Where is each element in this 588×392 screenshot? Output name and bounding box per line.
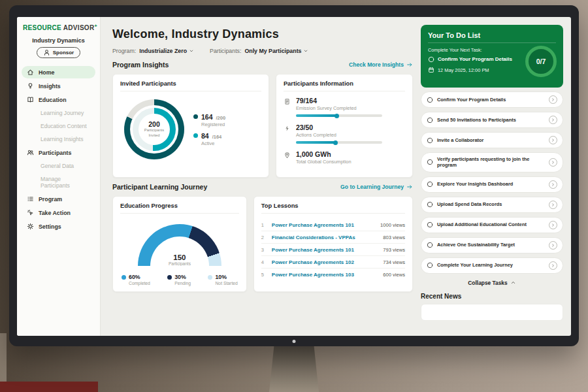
legend-dot bbox=[208, 275, 212, 280]
chevron-down-icon bbox=[189, 48, 194, 54]
lesson-link[interactable]: Power Purchase Agreements 101 bbox=[272, 222, 376, 228]
sidebar-item-take-action[interactable]: Take Action bbox=[22, 206, 95, 219]
checkbox-circle-icon[interactable] bbox=[427, 137, 433, 144]
gauge-legend-item: 10%Not Started bbox=[208, 274, 237, 286]
participants-filter-value: Only My Participants bbox=[244, 48, 301, 54]
task-row[interactable]: Upload Spend Data Records bbox=[421, 197, 563, 213]
go-to-learning-journey-link[interactable]: Go to Learning Journey bbox=[340, 184, 413, 190]
participants-filter-select[interactable]: Only My Participants bbox=[244, 48, 308, 54]
chevron-right-icon[interactable] bbox=[549, 180, 557, 189]
todo-due-label: 12 May 2025, 12:00 PM bbox=[438, 67, 489, 73]
sidebar-item-education-content[interactable]: Education Content bbox=[22, 120, 95, 132]
progress-bar bbox=[296, 114, 382, 117]
lesson-link[interactable]: Power Purchase Agreements 103 bbox=[272, 272, 378, 278]
chevron-right-icon[interactable] bbox=[549, 116, 557, 124]
recent-news-card[interactable] bbox=[421, 304, 563, 321]
sidebar-item-participants[interactable]: Participants bbox=[22, 146, 95, 159]
task-row[interactable]: Upload Additional Educational Content bbox=[421, 217, 563, 233]
checkbox-circle-icon[interactable] bbox=[427, 97, 433, 103]
task-row[interactable]: Invite a Collaborator bbox=[421, 132, 563, 148]
legend-label: Completed bbox=[129, 281, 150, 286]
filters-row: Program: Industrialize Zero Participants… bbox=[112, 48, 413, 54]
lesson-rank: 2 bbox=[261, 235, 267, 240]
checkbox-circle-icon[interactable] bbox=[427, 221, 433, 228]
checkbox-circle-icon[interactable] bbox=[427, 159, 433, 165]
task-label: Upload Spend Data Records bbox=[437, 201, 545, 207]
invited-legend: 164/200Registered84/164Active bbox=[193, 108, 225, 151]
card-title: Education Progress bbox=[120, 203, 239, 214]
sidebar-item-program[interactable]: Program bbox=[22, 193, 95, 205]
todo-next-task-label: Confirm Your Program Details bbox=[438, 56, 512, 63]
lesson-rank: 5 bbox=[261, 272, 267, 278]
insights-cards-row: Invited Participants 200 Participants In… bbox=[112, 74, 413, 178]
lesson-link[interactable]: Power Purchase Agreements 102 bbox=[272, 259, 378, 265]
learning-cards-row: Education Progress 150 Participants bbox=[112, 196, 413, 292]
arrow-right-icon bbox=[406, 184, 413, 190]
checkbox-circle-icon[interactable] bbox=[427, 262, 433, 269]
chevron-right-icon[interactable] bbox=[549, 95, 557, 104]
task-row[interactable]: Verify participants requesting to join t… bbox=[421, 152, 563, 172]
task-row[interactable]: Send 50 Invitations to Participants bbox=[421, 112, 563, 128]
collapse-label: Collapse Tasks bbox=[468, 280, 507, 286]
sidebar-item-learning-insights[interactable]: Learning Insights bbox=[22, 133, 95, 145]
chevron-right-icon[interactable] bbox=[549, 241, 557, 250]
screen: RESOURCE ADVISOR+ Industry Dynamics Spon… bbox=[17, 17, 571, 336]
checkbox-circle-icon[interactable] bbox=[427, 201, 433, 208]
checkbox-circle-icon bbox=[428, 56, 434, 63]
role-badge[interactable]: Sponsor bbox=[37, 47, 80, 58]
info-label: Emission Survey Completed bbox=[296, 105, 382, 111]
task-row[interactable]: Explore Your Insights Dashboard bbox=[421, 176, 563, 193]
location-icon bbox=[284, 152, 291, 159]
gauge-center: 150 Participants bbox=[138, 253, 221, 266]
task-row[interactable]: Achieve One Sustainability Target bbox=[421, 237, 563, 253]
sidebar-item-home[interactable]: Home bbox=[22, 66, 95, 78]
sidebar-item-insights[interactable]: Insights bbox=[22, 80, 95, 92]
sidebar-item-settings[interactable]: Settings bbox=[22, 220, 95, 233]
participants-info-rows: 79/164Emission Survey Completed23/50Acti… bbox=[284, 97, 405, 165]
lesson-row: 4Power Purchase Agreements 102734 views bbox=[261, 256, 405, 269]
legend-label: Not Started bbox=[215, 281, 237, 286]
card-title: Invited Participants bbox=[120, 80, 261, 91]
section-title: Program Insights bbox=[112, 61, 169, 69]
todo-column: Your To Do List Complete Your Next Task:… bbox=[421, 22, 563, 336]
check-more-insights-link[interactable]: Check More Insights bbox=[349, 61, 413, 68]
chevron-right-icon[interactable] bbox=[549, 261, 557, 270]
info-label: Actions Completed bbox=[296, 132, 382, 138]
chevron-right-icon[interactable] bbox=[549, 221, 557, 229]
take-action-icon bbox=[27, 209, 34, 216]
chevron-right-icon[interactable] bbox=[549, 136, 557, 144]
sidebar-item-education[interactable]: Education bbox=[22, 93, 95, 106]
collapse-tasks-link[interactable]: Collapse Tasks bbox=[421, 280, 563, 286]
task-row[interactable]: Confirm Your Program Details bbox=[421, 91, 563, 108]
chevron-down-icon bbox=[303, 48, 308, 54]
sidebar-item-label: Take Action bbox=[39, 210, 71, 216]
gauge-center-label: Participants bbox=[138, 261, 221, 266]
checkbox-circle-icon[interactable] bbox=[427, 181, 433, 188]
task-row[interactable]: Complete Your Learning Journey bbox=[421, 257, 563, 274]
lesson-link[interactable]: Financial Considerations - VPPAs bbox=[272, 235, 378, 240]
lesson-views: 600 views bbox=[383, 272, 405, 278]
chevron-right-icon[interactable] bbox=[549, 158, 557, 167]
person-icon bbox=[43, 49, 50, 56]
education-gauge-chart: 150 Participants bbox=[138, 224, 221, 266]
sidebar-item-label: Program bbox=[39, 196, 62, 203]
sidebar-item-general-data[interactable]: General Data bbox=[22, 160, 95, 172]
legend-item: 164/200Registered bbox=[193, 113, 225, 127]
sidebar-item-manage-participants[interactable]: Manage Participants bbox=[22, 173, 95, 191]
chevron-right-icon[interactable] bbox=[549, 201, 557, 209]
recent-news-heading: Recent News bbox=[421, 293, 563, 300]
settings-icon bbox=[27, 223, 34, 230]
lesson-row: 2Financial Considerations - VPPAs803 vie… bbox=[261, 231, 405, 244]
legend-total: /164 bbox=[212, 134, 222, 140]
lesson-rank: 1 bbox=[261, 222, 267, 228]
link-label: Check More Insights bbox=[349, 61, 404, 68]
program-filter-select[interactable]: Industrialize Zero bbox=[139, 48, 194, 54]
checkbox-circle-icon[interactable] bbox=[427, 117, 433, 123]
checkbox-circle-icon[interactable] bbox=[427, 242, 433, 248]
task-label: Invite a Collaborator bbox=[437, 137, 545, 143]
lesson-link[interactable]: Power Purchase Agreements 101 bbox=[272, 247, 378, 253]
task-label: Complete Your Learning Journey bbox=[437, 262, 545, 268]
arrow-right-icon bbox=[406, 61, 413, 68]
program-filter-label: Program: bbox=[112, 48, 136, 54]
sidebar-item-learning-journey[interactable]: Learning Journey bbox=[22, 107, 95, 119]
